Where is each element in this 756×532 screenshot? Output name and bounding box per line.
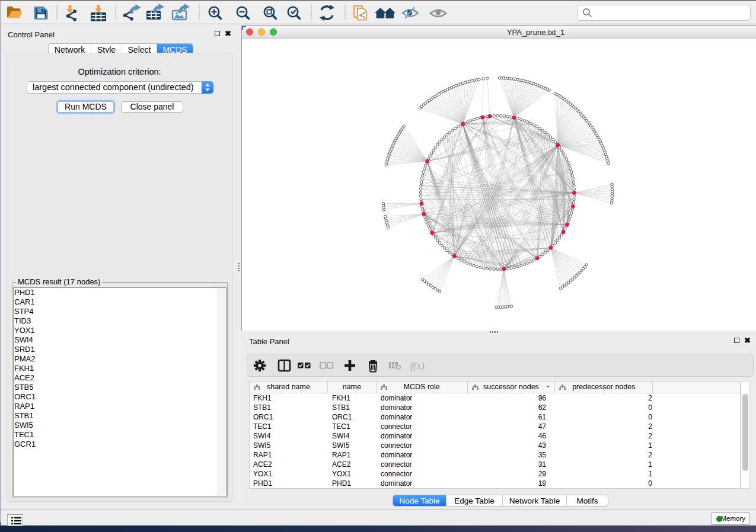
svg-text:f(x): f(x)	[410, 360, 425, 371]
